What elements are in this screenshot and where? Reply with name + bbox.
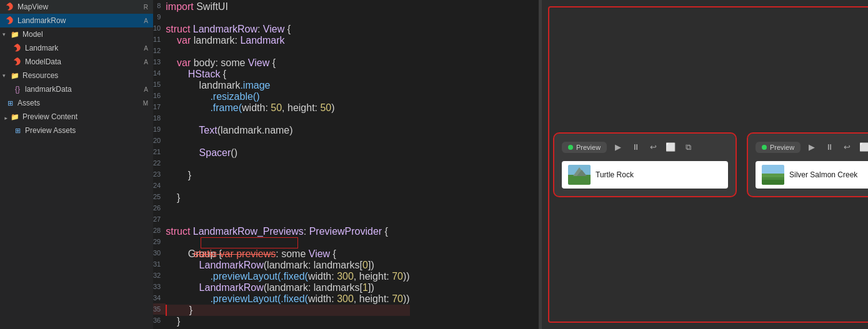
preview-toolbar-2: Preview ▶ ⏸ ↩ ⬜ ⧉ [756, 141, 868, 154]
preview-content-salmon: Silver Salmon Creek [756, 161, 868, 189]
sidebar-item-landmarkrow[interactable]: LandmarkRow A [0, 14, 153, 27]
thumb-salmon-image [762, 165, 784, 185]
sidebar-item-label: Landmark [25, 44, 141, 52]
preview-content-turtle: Turtle Rock [562, 161, 728, 189]
sidebar-badge: R [144, 4, 148, 11]
line-numbers: 8 9 10 11 12 13 14 15 16 17 18 19 20 21 … [153, 0, 166, 329]
duplicate-icon[interactable]: ⧉ [682, 141, 694, 154]
sidebar-badge: A [144, 59, 148, 66]
sidebar-item-label: landmarkData [25, 85, 141, 94]
sidebar-badge: A [144, 45, 148, 52]
sidebar-item-preview-content[interactable]: ▾ 📁 Preview Content [0, 110, 153, 124]
sidebar-item-label: Preview Assets [25, 126, 148, 135]
status-dot [762, 145, 767, 150]
thumbnail-turtle-rock [568, 165, 591, 185]
sidebar-item-landmark[interactable]: Landmark A [0, 41, 153, 55]
refresh-icon[interactable]: ↩ [647, 141, 659, 154]
device-icon[interactable]: ⬜ [664, 141, 677, 154]
svg-rect-7 [762, 180, 784, 185]
preview-assets-icon: ⊞ [12, 125, 22, 135]
sidebar-badge: M [143, 100, 148, 107]
refresh-icon[interactable]: ↩ [841, 141, 853, 154]
swift-icon [5, 16, 15, 26]
preview-card-silver-salmon: Preview ▶ ⏸ ↩ ⬜ ⧉ Silver Salmon Creek [748, 134, 868, 196]
sidebar-item-resources[interactable]: ▾ 📁 Resources [0, 69, 153, 82]
device-icon[interactable]: ⬜ [858, 141, 868, 154]
sidebar-item-label: Preview Content [22, 112, 148, 121]
sidebar-item-mapview[interactable]: MapView R [0, 0, 153, 14]
sidebar-item-label: MapView [17, 2, 141, 11]
sidebar-item-model[interactable]: ▾ 📁 Model [0, 27, 153, 41]
assets-icon: ⊞ [5, 98, 15, 108]
pause-icon[interactable]: ⏸ [629, 141, 642, 154]
folder-icon: 📁 [10, 29, 20, 39]
preview-button-1[interactable]: Preview [562, 142, 607, 153]
sidebar-item-label: Assets [17, 99, 141, 107]
preview-label-1: Preview [576, 144, 601, 151]
folder-icon: 📁 [10, 112, 20, 122]
svg-rect-1 [568, 175, 591, 185]
preview-toolbar-1: Preview ▶ ⏸ ↩ ⬜ ⧉ [562, 141, 728, 154]
sidebar-badge: A [144, 86, 148, 93]
sidebar-item-label: LandmarkRow [17, 16, 141, 25]
preview-button-2[interactable]: Preview [756, 142, 801, 153]
sidebar-item-landmarkdata[interactable]: {} landmarkData A [0, 82, 153, 96]
sidebar-item-preview-assets[interactable]: ⊞ Preview Assets [0, 124, 153, 137]
play-icon[interactable]: ▶ [612, 141, 624, 154]
data-icon: {} [12, 84, 22, 94]
status-dot [568, 145, 573, 150]
code-lines: import SwiftUI struct LandmarkRow: View … [166, 0, 409, 329]
chevron-down-icon: ▾ [2, 31, 9, 37]
sidebar-item-label: Model [22, 30, 148, 39]
chevron-right-icon: ▾ [2, 114, 9, 120]
sidebar-item-assets[interactable]: ⊞ Assets M [0, 96, 153, 110]
sidebar: MapView R LandmarkRow A ▾ 📁 Model Landma… [0, 0, 153, 329]
thumb-turtle-image [568, 165, 591, 185]
swift-icon [12, 57, 22, 67]
play-icon[interactable]: ▶ [806, 141, 818, 154]
thumbnail-silver-salmon [762, 165, 784, 185]
sidebar-item-label: ModelData [25, 57, 141, 66]
preview-panel: Preview ▶ ⏸ ↩ ⬜ ⧉ Turtle Rock [542, 0, 868, 329]
sidebar-item-modeldata[interactable]: ModelData A [0, 55, 153, 69]
sidebar-item-label: Resources [22, 71, 148, 80]
chevron-down-icon: ▾ [2, 72, 9, 79]
preview-card-turtle-rock: Preview ▶ ⏸ ↩ ⬜ ⧉ Turtle Rock [554, 134, 736, 196]
landmark-name-2: Silver Salmon Creek [789, 170, 857, 179]
swift-icon [12, 43, 22, 53]
code-editor[interactable]: 8 9 10 11 12 13 14 15 16 17 18 19 20 21 … [153, 0, 539, 329]
swift-icon [5, 2, 15, 12]
pause-icon[interactable]: ⏸ [823, 141, 836, 154]
preview-label-2: Preview [770, 144, 794, 151]
folder-icon: 📁 [10, 71, 20, 81]
sidebar-badge: A [144, 17, 148, 24]
landmark-name-1: Turtle Rock [596, 170, 634, 179]
